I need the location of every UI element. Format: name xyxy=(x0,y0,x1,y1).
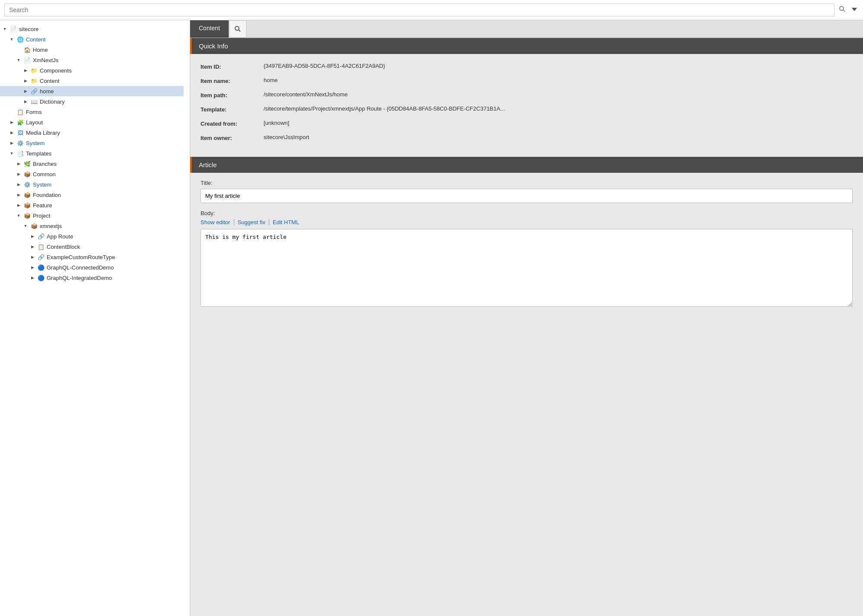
tree-item-home[interactable]: 🏠Home xyxy=(0,44,184,55)
tree-toggle-icon[interactable] xyxy=(16,47,22,53)
label-item-path: Item path: xyxy=(201,91,257,98)
svg-point-2 xyxy=(235,26,239,30)
tree-toggle-icon[interactable]: ▶ xyxy=(29,233,35,239)
quick-info-body: Item ID: {3497EAB9-AD58-5DCA-8F51-4A2C61… xyxy=(190,54,863,157)
home2-icon: 🔗 xyxy=(30,87,38,95)
main-layout: ▼📄sitecore▼🌐Content🏠Home▼📄XmNextJs▶📁Comp… xyxy=(0,20,863,616)
tree-toggle-icon[interactable]: ▶ xyxy=(22,78,29,84)
search-button[interactable] xyxy=(837,4,847,16)
tree-toggle-icon[interactable]: ▼ xyxy=(9,150,15,156)
tree-item-home2[interactable]: ▶🔗home xyxy=(0,86,184,96)
tree-item-content2[interactable]: ▶📁Content xyxy=(0,76,184,86)
content-panel: Content Quick Info Item ID: {3497EAB9-AD… xyxy=(190,20,863,616)
dictionary-icon: 📖 xyxy=(30,98,38,105)
label-created-from: Created from: xyxy=(201,120,257,127)
tree-label-appRoute: App Route xyxy=(47,233,182,240)
tree-label-dictionary: Dictionary xyxy=(40,98,182,105)
value-item-owner: sitecore\JssImport xyxy=(264,134,853,140)
search-icon xyxy=(234,25,241,32)
svg-point-0 xyxy=(840,6,844,10)
tree-item-system[interactable]: ▶⚙️System xyxy=(0,138,184,148)
tree-toggle-icon[interactable]: ▶ xyxy=(16,192,22,198)
tree-container: ▼📄sitecore▼🌐Content🏠Home▼📄XmNextJs▶📁Comp… xyxy=(0,20,190,286)
tree-label-feature: Feature xyxy=(33,202,182,209)
tree-toggle-icon[interactable]: ▶ xyxy=(16,171,22,177)
value-item-path: /sitecore/content/XmNextJs/home xyxy=(264,91,853,98)
tree-item-systemT[interactable]: ▶⚙️System xyxy=(0,179,184,190)
tree-toggle-icon[interactable]: ▼ xyxy=(16,57,22,63)
tab-search-button[interactable] xyxy=(229,20,246,38)
tree-item-components[interactable]: ▶📁Components xyxy=(0,65,184,76)
tree-label-layout: Layout xyxy=(26,119,182,126)
value-template: /sitecore/templates/Project/xmnextjs/App… xyxy=(264,105,853,112)
tree-item-dictionary[interactable]: ▶📖Dictionary xyxy=(0,96,184,107)
tree-toggle-icon[interactable]: ▶ xyxy=(29,244,35,250)
article-header: Article xyxy=(190,157,863,173)
tree-item-layout[interactable]: ▶🧩Layout xyxy=(0,117,184,127)
tree-item-xmnextjs2[interactable]: ▼📦xmnextjs xyxy=(0,221,184,231)
tree-item-feature[interactable]: ▶📦Feature xyxy=(0,200,184,210)
content-icon: 🌐 xyxy=(16,35,24,43)
tree-item-forms[interactable]: 📋Forms xyxy=(0,107,184,117)
tree-toggle-icon[interactable]: ▶ xyxy=(9,140,15,146)
tree-toggle-icon[interactable]: ▶ xyxy=(22,98,29,105)
tree-toggle-icon[interactable]: ▼ xyxy=(22,223,29,229)
suggest-fix-link[interactable]: Suggest fix xyxy=(234,219,269,225)
tab-content[interactable]: Content xyxy=(190,20,229,38)
tree-toggle-icon[interactable]: ▶ xyxy=(16,181,22,187)
tree-toggle-icon[interactable]: ▼ xyxy=(9,36,15,42)
tree-label-templates: Templates xyxy=(26,150,182,157)
edit-html-link[interactable]: Edit HTML xyxy=(269,219,303,225)
tree-toggle-icon[interactable]: ▶ xyxy=(29,264,35,270)
tree-item-exampleCustom[interactable]: ▶🔗ExampleCustomRouteType xyxy=(0,252,184,262)
tree-toggle-icon[interactable]: ▼ xyxy=(16,213,22,219)
tree-toggle-icon[interactable] xyxy=(9,109,15,115)
medialibrary-icon: 🖼 xyxy=(16,129,24,137)
tree-item-project[interactable]: ▼📦Project xyxy=(0,210,184,221)
search-bar xyxy=(0,0,863,20)
tree-item-templates[interactable]: ▼📑Templates xyxy=(0,148,184,159)
tree-toggle-icon[interactable]: ▶ xyxy=(29,254,35,260)
tree-item-common[interactable]: ▶📦Common xyxy=(0,169,184,179)
tree-item-medialibrary[interactable]: ▶🖼Media Library xyxy=(0,127,184,138)
tree-item-branches[interactable]: ▶🌿Branches xyxy=(0,159,184,169)
tree-label-xmnextjs2: xmnextjs xyxy=(40,223,182,229)
show-editor-link[interactable]: Show editor xyxy=(201,219,234,225)
label-template: Template: xyxy=(201,105,257,113)
tree-item-xmnextjs[interactable]: ▼📄XmNextJs xyxy=(0,55,184,65)
article-body: Title: Body: Show editor Suggest fix Edi… xyxy=(190,173,863,315)
forms-icon: 📋 xyxy=(16,108,24,116)
tree-label-system: System xyxy=(26,140,182,146)
tree-item-sitecore[interactable]: ▼📄sitecore xyxy=(0,24,184,34)
tree-label-common: Common xyxy=(33,171,182,178)
field-item-id: Item ID: {3497EAB9-AD58-5DCA-8F51-4A2C61… xyxy=(201,63,853,70)
body-textarea[interactable] xyxy=(201,229,853,307)
layout-icon: 🧩 xyxy=(16,118,24,126)
tree-toggle-icon[interactable]: ▶ xyxy=(16,161,22,167)
chevron-down-icon xyxy=(852,7,857,12)
tree-label-medialibrary: Media Library xyxy=(26,130,182,136)
tree-item-foundation[interactable]: ▶📦Foundation xyxy=(0,190,184,200)
tree-toggle-icon[interactable]: ▶ xyxy=(9,130,15,136)
tree-toggle-icon[interactable]: ▶ xyxy=(22,67,29,73)
sitecore-icon: 📄 xyxy=(10,25,17,33)
tree-toggle-icon[interactable]: ▶ xyxy=(16,202,22,208)
title-input[interactable] xyxy=(201,189,853,203)
tree-toggle-icon[interactable]: ▶ xyxy=(22,88,29,94)
tab-bar: Content xyxy=(190,20,863,38)
tree-item-graphql2[interactable]: ▶🔵GraphQL-IntegratedDemo xyxy=(0,273,184,283)
search-input[interactable] xyxy=(4,3,834,16)
dropdown-arrow-button[interactable] xyxy=(850,5,859,15)
tree-item-contentBlock[interactable]: ▶📋ContentBlock xyxy=(0,241,184,252)
foundation-icon: 📦 xyxy=(23,191,31,199)
tree-label-content: Content xyxy=(26,36,182,43)
contentBlock-icon: 📋 xyxy=(37,243,45,251)
field-item-owner: Item owner: sitecore\JssImport xyxy=(201,134,853,141)
tree-item-content[interactable]: ▼🌐Content xyxy=(0,34,184,44)
branches-icon: 🌿 xyxy=(23,160,31,168)
tree-toggle-icon[interactable]: ▶ xyxy=(9,119,15,125)
tree-toggle-icon[interactable]: ▶ xyxy=(29,275,35,281)
tree-item-graphql1[interactable]: ▶🔵GraphQL-ConnectedDemo xyxy=(0,262,184,273)
tree-toggle-icon[interactable]: ▼ xyxy=(2,26,8,32)
tree-item-appRoute[interactable]: ▶🔗App Route xyxy=(0,231,184,241)
